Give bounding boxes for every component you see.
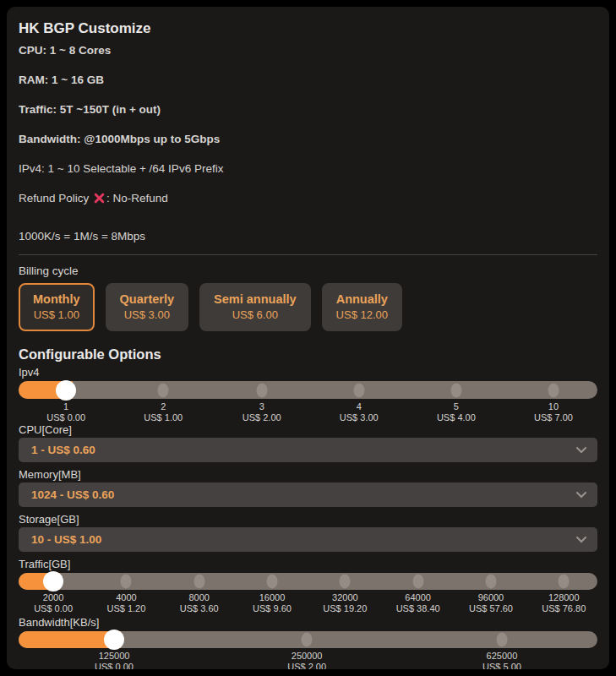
slider-stop-dot bbox=[267, 575, 278, 589]
ipv4-slider-track[interactable] bbox=[19, 381, 597, 399]
slider-tick[interactable]: 4000US$ 1.20 bbox=[106, 592, 145, 614]
slider-tick[interactable]: 625000US$ 5.00 bbox=[482, 651, 521, 669]
traffic-slider-track[interactable] bbox=[19, 573, 597, 590]
divider bbox=[19, 254, 597, 255]
storage-select-value: 10 - US$ 1.00 bbox=[31, 533, 101, 546]
page-title: HK BGP Customize bbox=[19, 7, 597, 37]
spec-traffic: Traffic: 5T ~150T (in + out) bbox=[19, 103, 597, 116]
ipv4-slider-ticks: 1US$ 0.00 2US$ 1.00 3US$ 2.00 4US$ 3.00 … bbox=[19, 401, 597, 423]
slider-tick[interactable]: 10US$ 7.00 bbox=[534, 401, 573, 423]
billing-option-quarterly[interactable]: Quarterly US$ 3.00 bbox=[106, 283, 188, 331]
slider-stop-dot bbox=[559, 575, 570, 589]
product-config-panel: HK BGP Customize CPU: 1 ~ 8 Cores RAM: 1… bbox=[7, 7, 609, 669]
spec-cpu: CPU: 1 ~ 8 Cores bbox=[19, 44, 597, 57]
bandwidth-note: 1000K/s = 1M/s = 8Mbps bbox=[19, 230, 597, 243]
chevron-down-icon bbox=[576, 492, 586, 499]
traffic-slider-handle[interactable] bbox=[43, 571, 63, 592]
slider-tick[interactable]: 96000US$ 57.60 bbox=[469, 592, 513, 614]
cpu-select[interactable]: 1 - US$ 0.60 bbox=[19, 438, 597, 462]
slider-stop-dot bbox=[340, 575, 351, 589]
slider-tick[interactable]: 2000US$ 0.00 bbox=[34, 592, 73, 614]
bandwidth-slider-ticks: 125000US$ 0.00 250000US$ 2.00 625000US$ … bbox=[19, 651, 597, 669]
slider-tick[interactable]: 125000US$ 0.00 bbox=[95, 651, 134, 669]
slider-stop-dot bbox=[548, 383, 559, 397]
slider-stop-dot bbox=[158, 383, 169, 397]
slider-tick[interactable]: 3US$ 2.00 bbox=[243, 401, 281, 423]
billing-option-name: Annually bbox=[336, 291, 388, 308]
cpu-option-label: CPU[Core] bbox=[19, 424, 597, 436]
bandwidth-slider-track[interactable] bbox=[19, 631, 597, 648]
billing-option-price: US$ 1.00 bbox=[33, 308, 80, 323]
traffic-option-label: Traffic[GB] bbox=[19, 559, 597, 570]
bandwidth-option-label: Bandwidth[KB/s] bbox=[19, 617, 597, 629]
cross-mark-icon bbox=[94, 193, 105, 206]
slider-tick[interactable]: 250000US$ 2.00 bbox=[287, 651, 326, 669]
slider-tick[interactable]: 2US$ 1.00 bbox=[144, 401, 183, 423]
chevron-down-icon bbox=[576, 447, 586, 454]
billing-option-semi-annually[interactable]: Semi annually US$ 6.00 bbox=[199, 283, 311, 331]
memory-select[interactable]: 1024 - US$ 0.60 bbox=[19, 482, 597, 507]
slider-stop-dot bbox=[302, 633, 313, 647]
slider-tick[interactable]: 1US$ 0.00 bbox=[46, 401, 85, 423]
slider-tick[interactable]: 64000US$ 38.40 bbox=[396, 592, 440, 614]
slider-stop-dot bbox=[485, 575, 496, 589]
memory-select-value: 1024 - US$ 0.60 bbox=[31, 488, 114, 501]
slider-stop-dot bbox=[121, 575, 132, 589]
spec-refund-policy: Refund Policy : No-Refund bbox=[19, 192, 597, 206]
cpu-select-value: 1 - US$ 0.60 bbox=[31, 444, 95, 456]
ipv4-option-label: Ipv4 bbox=[19, 367, 597, 379]
billing-option-annually[interactable]: Annually US$ 12.00 bbox=[322, 283, 402, 331]
chevron-down-icon bbox=[576, 537, 586, 543]
spec-ipv4: IPv4: 1 ~ 10 Selectable + /64 IPv6 Prefi… bbox=[19, 162, 597, 175]
billing-option-monthly[interactable]: Monthly US$ 1.00 bbox=[19, 283, 95, 331]
slider-tick[interactable]: 16000US$ 9.60 bbox=[253, 592, 292, 614]
slider-stop-dot bbox=[412, 575, 423, 589]
billing-option-price: US$ 6.00 bbox=[214, 308, 297, 323]
slider-stop-dot bbox=[450, 383, 461, 397]
billing-cycle-group: Monthly US$ 1.00 Quarterly US$ 3.00 Semi… bbox=[19, 283, 597, 331]
memory-option-label: Memory[MB] bbox=[19, 469, 597, 481]
billing-option-name: Monthly bbox=[33, 291, 80, 308]
slider-stop-dot bbox=[256, 383, 267, 397]
billing-option-price: US$ 12.00 bbox=[336, 308, 388, 323]
configurable-options-heading: Configurable Options bbox=[19, 346, 597, 363]
billing-option-price: US$ 3.00 bbox=[120, 308, 174, 323]
slider-tick[interactable]: 8000US$ 3.60 bbox=[180, 592, 219, 614]
storage-select[interactable]: 10 - US$ 1.00 bbox=[19, 527, 597, 552]
billing-option-name: Quarterly bbox=[120, 291, 174, 308]
slider-tick[interactable]: 128000US$ 76.80 bbox=[542, 592, 586, 614]
slider-stop-dot bbox=[194, 575, 204, 589]
billing-cycle-label: Billing cycle bbox=[19, 264, 597, 277]
slider-tick[interactable]: 4US$ 3.00 bbox=[340, 401, 379, 423]
slider-tick[interactable]: 5US$ 4.00 bbox=[437, 401, 476, 423]
refund-prefix: Refund Policy bbox=[19, 192, 92, 204]
traffic-slider-ticks: 2000US$ 0.00 4000US$ 1.20 8000US$ 3.60 1… bbox=[19, 592, 597, 613]
ipv4-slider-handle[interactable] bbox=[56, 380, 76, 401]
storage-option-label: Storage[GB] bbox=[19, 514, 597, 526]
slider-stop-dot bbox=[496, 633, 507, 647]
slider-tick[interactable]: 32000US$ 19.20 bbox=[323, 592, 367, 614]
refund-suffix: : No-Refund bbox=[106, 192, 168, 204]
spec-bandwidth: Bandwidth: @1000Mbps up to 5Gbps bbox=[19, 133, 597, 145]
slider-stop-dot bbox=[353, 383, 364, 397]
spec-ram: RAM: 1 ~ 16 GB bbox=[19, 74, 597, 86]
billing-option-name: Semi annually bbox=[214, 291, 297, 308]
bandwidth-slider-handle[interactable] bbox=[104, 630, 124, 650]
